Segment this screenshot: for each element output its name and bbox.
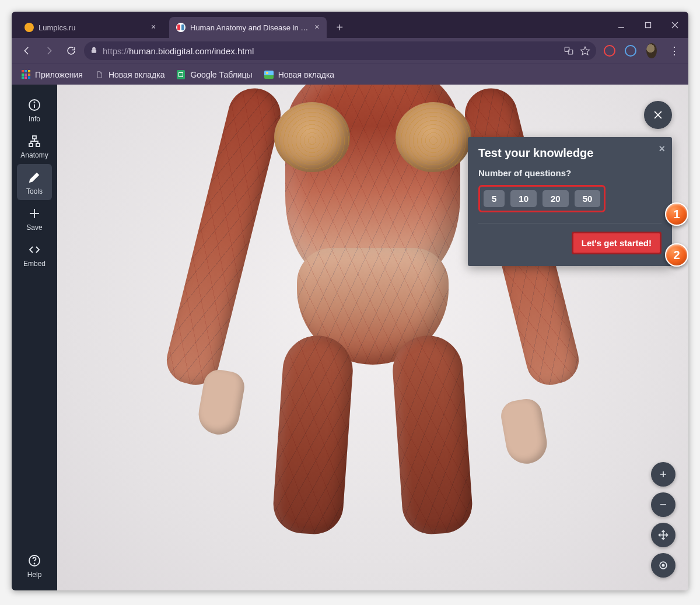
quiz-close-button[interactable]: × [659,143,665,155]
svg-point-26 [662,564,664,566]
bookmark-label: Новая вкладка [108,70,165,79]
nav-reload-button[interactable] [62,41,80,60]
browser-menu-button[interactable]: ⋮ [666,43,682,59]
screenshot-root: Lumpics.ru × Human Anatomy and Disease i… [0,0,700,605]
sheets-icon [176,70,186,79]
sidebar-item-label: Help [27,571,42,579]
quiz-start-wrap: Let's get started! [478,232,662,254]
divider [478,223,662,223]
quiz-subtitle: Number of questions? [478,168,662,178]
view-controls [651,462,676,578]
new-tab-button[interactable]: + [331,19,348,36]
close-icon[interactable]: × [149,23,158,32]
bookmark-label: Приложения [35,70,83,79]
apps-icon [21,70,30,79]
bookmark-label: Новая вкладка [278,70,335,79]
quiz-option-10[interactable]: 10 [510,190,537,207]
recenter-button[interactable] [651,553,676,578]
svg-rect-11 [33,136,36,139]
callout-badge-1: 1 [665,202,688,226]
sidebar-item-save[interactable]: Save [17,200,52,236]
profile-avatar[interactable] [645,44,658,57]
tab-lumpics[interactable]: Lumpics.ru × [18,17,163,38]
svg-point-10 [34,102,35,103]
pencil-icon [27,170,42,185]
bookmarks-bar: Приложения Новая вкладка Google Таблицы … [12,64,688,85]
url-text: https://human.biodigital.com/index.html [103,46,559,56]
sidebar-item-label: Anatomy [20,151,48,159]
sidebar-item-help[interactable]: Help [17,547,52,583]
star-icon[interactable] [580,46,590,56]
picture-icon [264,70,274,79]
pan-button[interactable] [651,523,676,547]
quiz-option-20[interactable]: 20 [542,190,569,207]
tab-strip: Lumpics.ru × Human Anatomy and Disease i… [12,12,348,38]
quiz-popup: × Test your knowledge Number of question… [468,137,672,266]
bookmark-sheets[interactable]: Google Таблицы [172,68,257,82]
quiz-start-button[interactable]: Let's get started! [572,232,662,254]
address-bar: https://human.biodigital.com/index.html … [12,38,688,64]
lock-icon [90,46,98,56]
omnibox-actions [564,46,590,56]
extension-opera-icon[interactable] [603,44,616,57]
extensions-area: ⋮ [603,43,682,59]
tab-biodigital[interactable]: Human Anatomy and Disease in … × [169,17,327,38]
window-minimize-button[interactable] [608,12,635,38]
app-content: Info Anatomy Tools Save Embed [12,85,688,590]
bookmark-apps[interactable]: Приложения [16,68,88,82]
help-icon [27,553,42,568]
callout-badge-2: 2 [665,243,688,267]
sidebar-item-embed[interactable]: Embed [17,236,52,272]
tab-title: Lumpics.ru [38,23,145,32]
bookmark-newtab-2[interactable]: Новая вкладка [260,68,340,82]
bookmark-newtab-1[interactable]: Новая вкладка [90,68,170,82]
sidebar-item-label: Save [26,223,42,232]
close-icon[interactable]: × [313,23,321,32]
svg-rect-13 [36,144,40,146]
sidebar-item-info[interactable]: Info [17,92,52,128]
document-icon [94,70,104,79]
tab-title: Human Anatomy and Disease in … [190,23,308,32]
titlebar: Lumpics.ru × Human Anatomy and Disease i… [12,12,688,38]
app-sidebar: Info Anatomy Tools Save Embed [12,85,57,590]
nav-back-button[interactable] [18,41,36,60]
svg-rect-12 [29,144,33,146]
plus-icon [27,206,42,221]
quiz-option-50[interactable]: 50 [575,190,601,207]
anatomy-viewer[interactable]: × Test your knowledge Number of question… [57,85,688,590]
quiz-option-5[interactable]: 5 [484,190,505,207]
sidebar-item-label: Info [29,115,40,123]
extension-blue-icon[interactable] [624,44,637,57]
translate-icon[interactable] [564,46,574,56]
favicon-lumpics [24,23,34,32]
sidebar-item-label: Embed [23,260,46,268]
zoom-out-button[interactable] [651,492,676,517]
code-icon [27,242,42,257]
sidebar-item-tools[interactable]: Tools [17,164,52,200]
info-icon [27,97,42,113]
zoom-in-button[interactable] [651,462,676,487]
svg-marker-7 [581,47,590,55]
window-close-button[interactable] [662,12,688,38]
url-rest: human.biodigital.com/index.html [129,46,254,56]
omnibox[interactable]: https://human.biodigital.com/index.html [84,41,596,60]
close-overlay-button[interactable] [644,101,672,129]
quiz-options-group: 5 10 20 50 [478,185,606,212]
sidebar-item-label: Tools [26,187,43,195]
svg-rect-4 [92,50,96,53]
svg-point-17 [34,564,35,564]
bookmark-label: Google Таблицы [190,70,252,79]
browser-window: Lumpics.ru × Human Anatomy and Disease i… [12,12,688,590]
url-scheme: https:// [103,46,129,56]
sidebar-item-anatomy[interactable]: Anatomy [17,128,52,164]
nav-forward-button[interactable] [40,41,58,60]
window-controls [608,12,688,38]
favicon-biodigital [176,23,186,32]
quiz-title: Test your knowledge [478,146,662,160]
svg-rect-1 [646,22,651,27]
window-maximize-button[interactable] [635,12,662,38]
hierarchy-icon [27,134,42,149]
